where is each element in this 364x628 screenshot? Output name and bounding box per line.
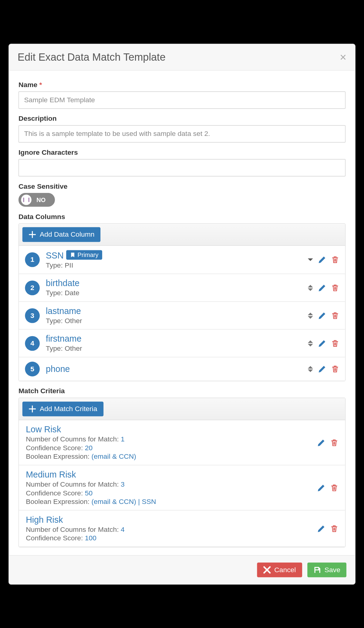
case-sensitive-group: Case Sensitive NO [19,182,345,207]
column-type: Type: Date [46,289,302,297]
sort-handle[interactable] [308,312,313,318]
column-name[interactable]: birthdate [46,278,302,288]
row-actions [317,525,338,532]
data-column-row: 4firstnameType: Other [19,329,345,357]
criteria-confidence: Confidence Score: 100 [26,534,311,542]
column-index: 4 [25,336,40,351]
edit-icon[interactable] [317,525,325,532]
criteria-num-columns: Number of Coumns for Match: 4 [26,525,311,533]
column-name[interactable]: lastname [46,306,302,316]
edit-icon[interactable] [318,365,326,373]
row-actions [317,484,338,491]
data-column-row: 3lastnameType: Other [19,302,345,329]
column-name[interactable]: firstname [46,334,302,344]
delete-icon[interactable] [330,438,338,446]
data-columns-label: Data Columns [19,213,345,221]
row-actions [308,284,339,292]
ignore-characters-input[interactable] [19,159,345,176]
plus-icon [29,405,36,413]
case-sensitive-toggle[interactable]: NO [19,193,55,207]
criteria-title[interactable]: Medium Risk [26,470,311,480]
sort-handle[interactable] [308,285,313,291]
close-icon[interactable]: × [340,51,346,62]
criteria-boolean: Boolean Expression: (email & CCN) [26,453,311,461]
modal-footer: Cancel Save [9,555,355,584]
column-type: Type: Other [46,317,302,325]
edit-icon[interactable] [318,256,326,264]
data-column-row: 2birthdateType: Date [19,274,345,302]
match-criteria-list[interactable]: Low RiskNumber of Coumns for Match: 1Con… [19,420,345,547]
data-columns-panel: Add Data Column 1SSNPrimaryType: PII2bir… [19,223,345,381]
cancel-button[interactable]: Cancel [257,562,302,577]
row-actions [308,339,339,347]
modal-title: Edit Exact Data Match Template [18,51,166,63]
delete-icon[interactable] [331,284,339,292]
column-type: Type: Other [46,345,302,353]
column-type: Type: PII [46,261,302,269]
save-icon [313,566,321,574]
toggle-knob-icon [21,194,31,205]
save-button[interactable]: Save [307,562,346,577]
match-criteria-row: Medium RiskNumber of Coumns for Match: 3… [19,465,345,510]
row-actions [308,311,339,319]
column-name[interactable]: SSNPrimary [46,250,302,260]
description-field-group: Description [19,115,345,143]
name-label: Name * [19,81,345,89]
match-criteria-section: Match Criteria Add Match Criteria Low Ri… [19,387,345,547]
delete-icon[interactable] [331,256,339,264]
data-columns-section: Data Columns Add Data Column 1SSNPrimary… [19,213,345,381]
edit-icon[interactable] [317,438,325,446]
data-columns-panel-header: Add Data Column [19,224,345,246]
criteria-title[interactable]: High Risk [26,515,311,525]
description-input[interactable] [19,125,345,142]
delete-icon[interactable] [331,365,339,373]
edit-icon[interactable] [317,484,325,491]
criteria-boolean: Boolean Expression: (email & CCN) | SSN [26,498,311,506]
modal-body: Name * Description Ignore Characters Cas… [9,70,355,555]
row-actions [317,438,338,446]
name-input[interactable] [19,91,345,109]
add-match-criteria-button[interactable]: Add Match Criteria [22,401,103,416]
sort-handle[interactable] [308,340,313,346]
match-criteria-panel-header: Add Match Criteria [19,398,345,420]
bookmark-icon [70,252,75,257]
column-index: 1 [25,252,40,267]
primary-badge: Primary [66,250,102,259]
case-sensitive-label: Case Sensitive [19,182,345,190]
criteria-num-columns: Number of Coumns for Match: 3 [26,480,311,488]
modal-header: Edit Exact Data Match Template × [9,44,355,70]
match-criteria-row: Low RiskNumber of Coumns for Match: 1Con… [19,420,345,465]
description-label: Description [19,115,345,123]
delete-icon[interactable] [330,484,338,491]
edit-icon[interactable] [318,339,326,347]
add-data-column-button[interactable]: Add Data Column [22,227,101,242]
criteria-title[interactable]: Low Risk [26,424,311,434]
column-index: 2 [25,280,40,295]
match-criteria-label: Match Criteria [19,387,345,395]
match-criteria-row: High RiskNumber of Coumns for Match: 4Co… [19,510,345,547]
toggle-value: NO [32,196,54,203]
column-name[interactable]: phone [46,364,302,374]
criteria-num-columns: Number of Coumns for Match: 1 [26,435,311,443]
column-index: 5 [25,362,40,376]
column-index: 3 [25,308,40,323]
ignore-characters-field-group: Ignore Characters [19,148,345,176]
criteria-confidence: Confidence Score: 50 [26,489,311,497]
x-icon [263,566,271,574]
delete-icon[interactable] [331,339,339,347]
edit-edm-template-modal: Edit Exact Data Match Template × Name * … [8,43,356,584]
data-column-row: 1SSNPrimaryType: PII [19,246,345,274]
data-columns-list[interactable]: 1SSNPrimaryType: PII2birthdateType: Date… [19,246,345,381]
delete-icon[interactable] [331,311,339,319]
edit-icon[interactable] [318,311,326,319]
name-field-group: Name * [19,81,345,109]
row-actions [308,256,339,264]
sort-handle[interactable] [308,366,313,372]
match-criteria-panel: Add Match Criteria Low RiskNumber of Cou… [19,397,345,547]
plus-icon [29,231,36,238]
ignore-characters-label: Ignore Characters [19,148,345,156]
edit-icon[interactable] [318,284,326,292]
criteria-confidence: Confidence Score: 20 [26,444,311,452]
delete-icon[interactable] [330,525,338,532]
sort-handle[interactable] [308,258,313,261]
